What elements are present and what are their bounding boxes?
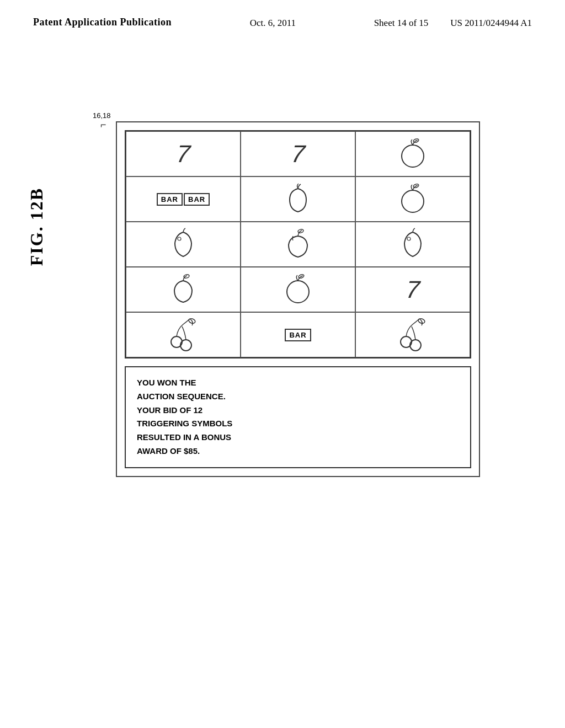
orange-icon bbox=[397, 183, 429, 215]
apple-icon bbox=[168, 274, 199, 306]
svg-point-2 bbox=[402, 190, 424, 212]
slot-cell-r4c1 bbox=[126, 267, 241, 312]
slot-cell-r2c2 bbox=[241, 176, 355, 222]
message-box: YOU WON THE AUCTION SEQUENCE. YOUR BID O… bbox=[125, 366, 471, 468]
svg-point-0 bbox=[402, 145, 424, 167]
plum-icon bbox=[284, 183, 312, 215]
slot-cell-r5c1 bbox=[126, 312, 241, 357]
message-line1: YOU WON THE bbox=[137, 378, 196, 387]
message-text: YOU WON THE AUCTION SEQUENCE. YOUR BID O… bbox=[137, 376, 459, 458]
bar-label: BAR bbox=[285, 329, 311, 341]
bar-label: BAR bbox=[157, 193, 183, 206]
message-line6: AWARD OF $85. bbox=[137, 446, 200, 456]
apple-leaf-icon bbox=[282, 228, 314, 260]
slot-cell-r1c3 bbox=[355, 131, 470, 176]
orange-icon bbox=[397, 138, 429, 170]
slot-cell-r2c3 bbox=[355, 176, 470, 222]
slot-cell-r1c2: 7 bbox=[241, 131, 355, 176]
cherry-icon bbox=[396, 318, 429, 352]
slot-cell-r4c3: 7 bbox=[355, 267, 470, 312]
slot-cell-r4c2 bbox=[241, 267, 355, 312]
patent-number: US 2011/0244944 A1 bbox=[450, 17, 532, 29]
message-line2: AUCTION SEQUENCE. bbox=[137, 392, 226, 401]
slot-cell-r5c3 bbox=[355, 312, 470, 357]
slot-machine-grid: 7 7 BAR BAR bbox=[125, 130, 471, 358]
double-bar-symbol: BAR BAR bbox=[157, 193, 210, 206]
seven-symbol: 7 bbox=[175, 140, 191, 168]
publication-date: Oct. 6, 2011 bbox=[250, 17, 296, 29]
ref-number-label: 16,18 bbox=[93, 111, 111, 120]
cherry-icon bbox=[167, 318, 200, 352]
seven-symbol: 7 bbox=[290, 140, 306, 168]
slot-cell-r3c2 bbox=[241, 222, 355, 267]
publication-title: Patent Application Publication bbox=[33, 17, 172, 28]
pear-icon bbox=[399, 228, 427, 261]
svg-point-8 bbox=[287, 281, 309, 303]
message-line3: YOUR BID OF 12 bbox=[137, 405, 202, 415]
bar-label: BAR bbox=[184, 193, 210, 206]
svg-point-4 bbox=[178, 237, 181, 240]
seven-symbol: 7 bbox=[405, 276, 421, 303]
message-line4: TRIGGERING SYMBOLS bbox=[137, 419, 232, 428]
slot-cell-r3c1 bbox=[126, 222, 241, 267]
message-line5: RESULTED IN A BONUS bbox=[137, 432, 231, 442]
sheet-info: Sheet 14 of 15 bbox=[374, 17, 429, 29]
slot-cell-r3c3 bbox=[355, 222, 470, 267]
ref-bracket: ⌐ bbox=[100, 119, 106, 131]
page-header: Patent Application Publication Oct. 6, 2… bbox=[0, 0, 565, 29]
svg-point-14 bbox=[410, 340, 421, 351]
svg-point-6 bbox=[407, 237, 411, 240]
device-frame: 7 7 BAR BAR bbox=[116, 121, 480, 477]
figure-label: FIG. 12B bbox=[26, 188, 47, 266]
pear-icon bbox=[169, 228, 197, 261]
slot-cell-r2c1: BAR BAR bbox=[126, 176, 241, 222]
orange-icon bbox=[282, 274, 314, 306]
svg-point-11 bbox=[180, 340, 191, 351]
slot-cell-r5c2: BAR bbox=[241, 312, 355, 357]
slot-cell-r1c1: 7 bbox=[126, 131, 241, 176]
